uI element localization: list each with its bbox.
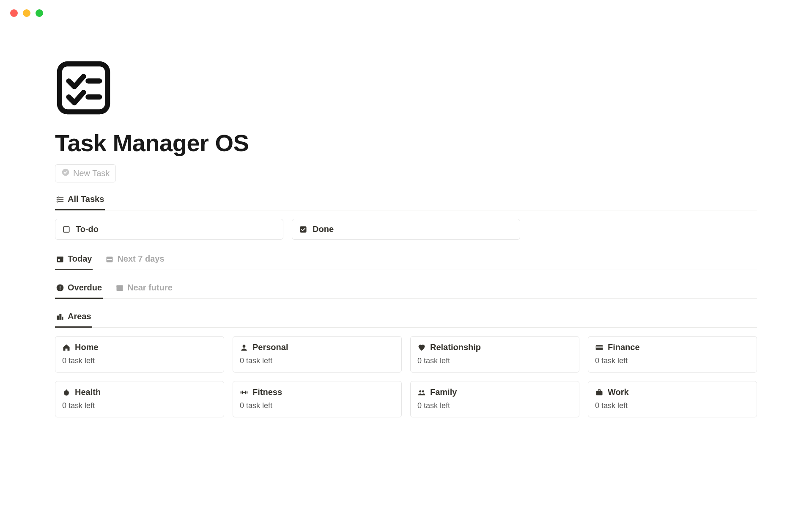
area-head: Work [595,387,750,397]
calendar-week-icon [105,255,114,263]
area-task-count: 0 task left [595,356,750,365]
area-task-count: 0 task left [62,401,217,410]
area-head: Fitness [240,387,395,397]
checklist-icon [55,59,112,116]
svg-rect-5 [300,226,307,232]
new-task-label: New Task [73,168,110,178]
area-card-personal[interactable]: Personal0 task left [233,336,402,373]
svg-rect-30 [598,389,601,391]
window-minimize-button[interactable] [23,9,30,17]
tabbar-all-tasks: All Tasks [55,190,757,210]
svg-rect-16 [57,315,59,320]
svg-rect-12 [60,286,60,289]
status-card-todo[interactable]: To-do [55,219,283,240]
area-head: Family [417,387,572,397]
area-task-count: 0 task left [595,401,750,410]
svg-point-28 [422,390,424,392]
svg-rect-25 [245,390,247,394]
area-head: Health [62,387,217,397]
svg-rect-7 [57,257,63,258]
card-icon [595,343,604,352]
svg-point-27 [419,390,421,392]
area-name: Work [608,387,629,397]
svg-point-19 [243,345,246,348]
area-name: Finance [608,342,640,352]
area-task-count: 0 task left [417,356,572,365]
calendar-day-icon [56,255,64,263]
area-card-fitness[interactable]: Fitness0 task left [233,381,402,417]
exclamation-circle-icon [56,284,64,292]
page-content: Task Manager OS New Task All Tasks To-do… [0,17,812,417]
status-todo-label: To-do [76,224,99,234]
tab-overdue[interactable]: Overdue [55,279,103,299]
tab-all-tasks-label: All Tasks [68,194,104,204]
area-name: Relationship [430,342,481,352]
area-card-health[interactable]: Health0 task left [55,381,224,417]
tab-all-tasks[interactable]: All Tasks [55,190,105,210]
heart-icon [417,343,426,352]
area-card-home[interactable]: Home0 task left [55,336,224,373]
area-name: Home [75,342,99,352]
area-task-count: 0 task left [62,356,217,365]
area-head: Finance [595,342,750,352]
svg-rect-10 [107,259,112,260]
tab-today-label: Today [68,254,92,264]
svg-rect-0 [60,64,107,112]
square-check-icon [299,225,307,234]
svg-rect-23 [247,391,248,393]
area-card-family[interactable]: Family0 task left [410,381,579,417]
tab-next-7-days-label: Next 7 days [117,254,164,264]
status-card-done[interactable]: Done [292,219,520,240]
area-card-finance[interactable]: Finance0 task left [588,336,757,373]
svg-rect-21 [596,346,603,348]
areas-grid: Home0 task leftPersonal0 task leftRelati… [55,336,757,417]
window-maximize-button[interactable] [36,9,43,17]
buildings-icon [56,312,64,321]
tabbar-areas: Areas [55,307,757,328]
area-head: Relationship [417,342,572,352]
briefcase-icon [595,388,604,397]
area-task-count: 0 task left [240,401,395,410]
svg-rect-26 [243,392,245,393]
user-icon [240,343,248,352]
tab-today[interactable]: Today [55,250,93,270]
tab-next-7-days[interactable]: Next 7 days [104,250,165,270]
area-task-count: 0 task left [240,356,395,365]
svg-rect-29 [596,391,603,395]
svg-rect-4 [63,226,69,232]
home-icon [62,343,71,352]
svg-rect-22 [241,391,242,393]
area-task-count: 0 task left [417,401,572,410]
new-task-button[interactable]: New Task [55,164,116,182]
users-icon [417,388,426,397]
area-card-relationship[interactable]: Relationship0 task left [410,336,579,373]
calendar-icon [115,284,124,292]
tab-near-future-label: Near future [127,283,173,293]
svg-rect-13 [60,289,60,290]
page-title: Task Manager OS [55,129,757,157]
svg-rect-17 [59,314,61,320]
square-icon [62,225,71,234]
tabbar-time: Today Next 7 days [55,250,757,270]
area-head: Personal [240,342,395,352]
window-close-button[interactable] [10,9,18,17]
svg-rect-24 [242,390,243,394]
window-controls [0,0,812,17]
dumbbell-icon [240,388,248,397]
apple-icon [62,388,71,397]
area-name: Personal [252,342,288,352]
list-check-icon [56,195,64,204]
tab-near-future[interactable]: Near future [115,279,173,299]
svg-rect-15 [117,285,123,287]
area-name: Family [430,387,457,397]
status-row: To-do Done [55,219,757,240]
tab-areas-label: Areas [68,312,91,321]
svg-rect-18 [62,317,63,320]
area-name: Fitness [252,387,282,397]
area-card-work[interactable]: Work0 task left [588,381,757,417]
tab-overdue-label: Overdue [68,283,102,293]
area-head: Home [62,342,217,352]
area-name: Health [75,387,101,397]
tab-areas[interactable]: Areas [55,307,92,328]
page-icon-checklist [55,59,757,116]
